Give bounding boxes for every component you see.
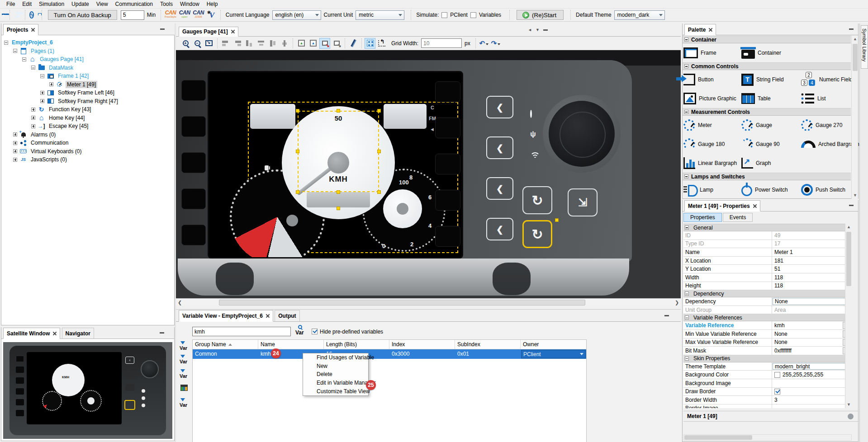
tree-item-softkey-left[interactable]: Softkey Frame Left [46] xyxy=(2,89,173,97)
vector-tool-icon[interactable] xyxy=(207,10,216,19)
property-row-width[interactable]: Width118 xyxy=(683,273,852,282)
column-header-owner[interactable]: Owner xyxy=(521,340,586,349)
palette-item-string-field[interactable]: String Field xyxy=(741,72,801,87)
property-row-height[interactable]: Height118 xyxy=(683,282,852,291)
design-canvas[interactable]: C FM ◄ 8 6 4 2 0 xyxy=(176,50,681,298)
column-header-group-name[interactable]: Group Name xyxy=(193,340,258,349)
dependency-select[interactable]: None xyxy=(773,298,851,305)
close-icon[interactable] xyxy=(31,28,35,32)
variable-manager-button[interactable]: Var xyxy=(180,398,190,410)
palette-item-picture-graphic[interactable]: Picture Graphic xyxy=(683,91,741,106)
tab-properties[interactable]: Properties xyxy=(683,213,722,222)
minimize-icon[interactable] xyxy=(160,332,164,334)
pclient-checkbox[interactable] xyxy=(441,12,447,18)
collapsed-properties-group[interactable]: Meter 1 [49] xyxy=(683,411,858,422)
tree-item-javascripts[interactable]: JavaScripts (0) xyxy=(2,155,173,164)
section-container[interactable]: Container xyxy=(683,36,851,43)
variable-row-kmh[interactable]: Common kmh 16 0x3000 0x01 PClient xyxy=(193,349,586,359)
tab-list-icon[interactable]: ▼ xyxy=(536,28,540,32)
satellite-window-tab[interactable]: Satellite Window xyxy=(3,328,60,339)
can-freestyle-icon[interactable]: CANFreeStyle xyxy=(165,11,176,19)
tree-item-alarms[interactable]: Alarms (0) xyxy=(2,131,173,139)
save-all-icon[interactable] xyxy=(18,12,21,18)
section-common-controls[interactable]: Common Controls xyxy=(683,62,851,70)
property-row-border-image[interactable]: Border Image xyxy=(683,404,852,408)
scrollbar-thumb[interactable] xyxy=(219,300,585,306)
property-row-x-location[interactable]: X Location181 xyxy=(683,257,852,265)
section-general[interactable]: General xyxy=(683,224,852,231)
gauges-page-tab[interactable]: Gauges Page [41] xyxy=(179,27,238,37)
close-icon[interactable] xyxy=(266,314,270,318)
projects-tab[interactable]: Projects xyxy=(3,24,38,35)
tree-item-function-key[interactable]: Function Key [43] xyxy=(2,105,173,114)
grid-width-input[interactable] xyxy=(421,38,462,48)
background-color-checkbox[interactable] xyxy=(774,372,780,378)
resize-mode-icon[interactable] xyxy=(319,38,330,49)
menu-simulation[interactable]: Simulation xyxy=(35,0,68,8)
property-row-min-value-reference[interactable]: Min Value Variable ReferenceNone… xyxy=(683,330,852,339)
property-row-variable-reference[interactable]: Variable Referencekmh… xyxy=(683,321,852,330)
scale-ruler-icon[interactable] xyxy=(348,38,359,49)
auto-backup-button[interactable]: Turn On Auto Backup xyxy=(48,10,117,20)
send-backward-icon[interactable] xyxy=(296,38,307,49)
section-measurement-controls[interactable]: Measurement Controls xyxy=(683,108,851,116)
property-row-theme-template[interactable]: Theme Templatemodern_bright xyxy=(683,362,852,371)
menu-item-customize-table-view[interactable]: Customize Table View xyxy=(303,387,368,395)
variable-view-tab[interactable]: Variable View - EmptyProject_6 xyxy=(179,310,273,322)
align-top-icon[interactable] xyxy=(256,38,266,49)
close-icon[interactable] xyxy=(709,28,712,32)
palette-item-gauge-270[interactable]: Gauge 270 xyxy=(801,118,858,133)
default-theme-select[interactable]: modern_dark xyxy=(614,10,665,20)
menu-window[interactable]: Window xyxy=(176,0,203,8)
section-dependency[interactable]: Dependency xyxy=(683,290,852,297)
add-variable-button[interactable]: Var xyxy=(180,341,190,353)
align-left-icon[interactable] xyxy=(220,38,231,49)
tree-item-virtual-keyboards[interactable]: Virtual Keyboards (0) xyxy=(2,147,173,156)
palette-scrollbar[interactable]: ▲▼ xyxy=(851,36,858,199)
scroll-left-icon[interactable]: ❮ xyxy=(176,299,184,306)
section-lamps-switches[interactable]: Lamps and Switches xyxy=(683,173,851,180)
tree-item-home-key[interactable]: Home Key [44] xyxy=(2,114,173,122)
palette-item-frame[interactable]: Frame xyxy=(683,45,741,61)
align-right-icon[interactable] xyxy=(232,38,243,49)
minimize-icon[interactable] xyxy=(849,205,854,206)
export-variable-button[interactable]: Var xyxy=(180,369,190,381)
minimize-icon[interactable] xyxy=(849,28,854,30)
menu-item-delete[interactable]: Delete xyxy=(303,370,368,379)
palette-tab[interactable]: Palette xyxy=(684,24,716,35)
backup-interval-input[interactable] xyxy=(121,10,144,20)
minimize-icon[interactable] xyxy=(664,315,669,316)
menu-item-edit-variable-manager[interactable]: Edit in Variable Manager xyxy=(303,379,368,387)
menu-item-find-usages[interactable]: Find Usages of Variable xyxy=(303,353,368,362)
property-row-y-location[interactable]: Y Location51 xyxy=(683,265,852,273)
property-row-name[interactable]: NameMeter 1 xyxy=(683,248,852,257)
tab-events[interactable]: Events xyxy=(723,213,753,222)
align-distribute-icon[interactable] xyxy=(279,38,290,49)
close-icon[interactable] xyxy=(753,204,757,208)
satellite-thumbnail[interactable]: KMH ‹ xyxy=(3,342,172,439)
property-row-bit-mask[interactable]: Bit Mask0xffffffff… xyxy=(683,347,852,355)
close-icon[interactable] xyxy=(231,30,235,33)
menu-help[interactable]: Help xyxy=(203,0,222,8)
snap-to-grid-icon[interactable] xyxy=(376,38,387,49)
palette-item-list[interactable]: List xyxy=(801,91,858,106)
can-j1939-icon[interactable]: CANJ1939 xyxy=(193,11,204,19)
restart-button[interactable]: (Re)Start xyxy=(517,10,564,20)
column-header-index[interactable]: Index xyxy=(389,340,455,349)
resize-free-icon[interactable] xyxy=(331,38,342,49)
zoom-fit-icon[interactable] xyxy=(204,38,214,49)
output-tab[interactable]: Output xyxy=(275,310,299,322)
menu-tools[interactable]: Tools xyxy=(157,0,176,8)
tree-item-softkey-right[interactable]: Softkey Frame Right [47] xyxy=(2,97,173,106)
align-center-icon[interactable] xyxy=(244,38,255,49)
variables-checkbox[interactable] xyxy=(470,12,476,18)
palette-item-lamp[interactable]: Lamp xyxy=(683,182,741,197)
tree-item-datamask[interactable]: DataMask xyxy=(2,64,173,72)
palette-item-push-switch[interactable]: Push Switch xyxy=(801,182,858,197)
navigator-tab[interactable]: Navigator xyxy=(62,328,94,339)
properties-horizontal-scrollbar[interactable] xyxy=(683,434,852,441)
import-variable-button[interactable]: Var xyxy=(180,355,190,367)
tree-item-frame1[interactable]: Frame 1 [42] xyxy=(2,72,173,80)
menu-item-new[interactable]: New xyxy=(303,362,368,371)
palette-item-arched-bargraph[interactable]: Arched Bargraph xyxy=(801,136,858,152)
